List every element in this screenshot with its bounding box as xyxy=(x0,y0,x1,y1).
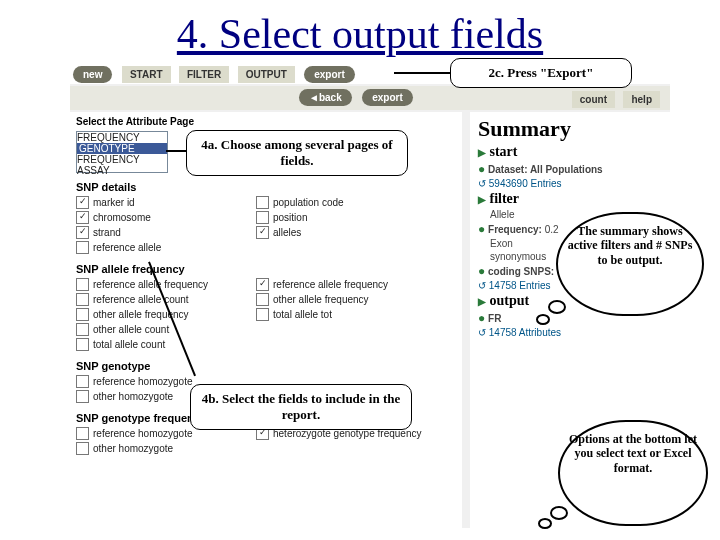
summary-filter: filter xyxy=(490,191,520,206)
reset-icon[interactable]: ↺ xyxy=(478,327,486,338)
checkbox[interactable] xyxy=(76,241,89,254)
checkbox[interactable] xyxy=(256,308,269,321)
bullet-icon: ● xyxy=(478,162,485,176)
checkbox[interactable] xyxy=(76,442,89,455)
output-tab[interactable]: OUTPUT xyxy=(238,66,295,83)
callout-line xyxy=(166,150,188,152)
cb-label: reference allele count xyxy=(93,294,189,305)
triangle-icon: ▶ xyxy=(478,194,486,205)
bullet-icon: ● xyxy=(478,264,485,278)
summary-freq: Frequency: xyxy=(488,224,542,235)
summary-heading: Summary xyxy=(478,116,676,142)
callout-2c: 2c. Press "Export" xyxy=(450,58,632,88)
section-genotype: SNP genotype xyxy=(76,360,456,372)
cloud-bubble-icon xyxy=(538,518,552,529)
reset-icon[interactable]: ↺ xyxy=(478,178,486,189)
slide-canvas: new START FILTER OUTPUT export ◄back exp… xyxy=(0,62,720,528)
summary-syn: synonymous xyxy=(490,251,546,262)
summary-entries: 5943690 Entries xyxy=(489,178,562,189)
select-option-selected[interactable]: GENOTYPE xyxy=(77,143,167,154)
export-button-top[interactable]: export xyxy=(304,66,355,83)
cb-label: marker id xyxy=(93,197,135,208)
section-allele-freq: SNP allele frequency xyxy=(76,263,456,275)
attribute-page-label: Select the Attribute Page xyxy=(76,116,456,127)
cb-label: other allele frequency xyxy=(273,294,369,305)
checkbox[interactable]: ✓ xyxy=(256,226,269,239)
filter-tab[interactable]: FILTER xyxy=(179,66,229,83)
select-option[interactable]: ASSAY xyxy=(77,165,167,176)
checkbox[interactable] xyxy=(76,375,89,388)
cb-label: other homozygote xyxy=(93,443,173,454)
summary-output: output xyxy=(490,293,530,308)
checkbox[interactable] xyxy=(76,390,89,403)
secondary-toolbar: ◄back export count help xyxy=(70,86,670,110)
summary-fr: FR xyxy=(488,313,501,324)
checkbox[interactable] xyxy=(76,323,89,336)
cb-label: strand xyxy=(93,227,121,238)
checkbox[interactable] xyxy=(256,196,269,209)
callout-4b: 4b. Select the fields to include in the … xyxy=(190,384,412,430)
checkbox[interactable]: ✓ xyxy=(76,196,89,209)
cb-label: position xyxy=(273,212,307,223)
checkbox[interactable] xyxy=(76,278,89,291)
summary-allele: Allele xyxy=(490,209,514,220)
export-button[interactable]: export xyxy=(362,89,413,106)
start-tab[interactable]: START xyxy=(122,66,171,83)
count-tab[interactable]: count xyxy=(572,91,615,108)
summary-exon: Exon xyxy=(490,238,513,249)
summary-start: start xyxy=(490,144,518,159)
summary-entries2: 14758 Entries xyxy=(489,280,551,291)
summary-entries3: 14758 Attributes xyxy=(489,327,561,338)
callout-4a: 4a. Choose among several pages of fields… xyxy=(186,130,408,176)
triangle-icon: ▶ xyxy=(478,147,486,158)
cb-label: other homozygote xyxy=(93,391,173,402)
select-option[interactable]: FREQUENCY xyxy=(77,154,167,165)
cb-label: chromosome xyxy=(93,212,151,223)
summary-freqv: 0.2 xyxy=(545,224,559,235)
checkbox[interactable]: ✓ xyxy=(256,278,269,291)
summary-dataset: Dataset: All Populations xyxy=(488,164,603,175)
checkbox[interactable] xyxy=(256,293,269,306)
reset-icon[interactable]: ↺ xyxy=(478,280,486,291)
cb-label: alleles xyxy=(273,227,301,238)
cloud-summary: The summary shows active filters and # S… xyxy=(556,212,704,316)
help-tab[interactable]: help xyxy=(623,91,660,108)
new-button[interactable]: new xyxy=(73,66,112,83)
cb-label: total allele tot xyxy=(273,309,332,320)
cb-label: reference allele frequency xyxy=(273,279,388,290)
cb-label: total allele count xyxy=(93,339,165,350)
cloud-bubble-icon xyxy=(536,314,550,325)
callout-line xyxy=(394,72,450,74)
checkbox[interactable]: ✓ xyxy=(76,211,89,224)
attribute-page-select[interactable]: FREQUENCY GENOTYPE FREQUENCY ASSAY xyxy=(76,131,168,173)
cb-label: other allele count xyxy=(93,324,169,335)
cb-label: population code xyxy=(273,197,344,208)
cb-label: reference homozygote xyxy=(93,428,193,439)
slide-title: 4. Select output fields xyxy=(0,0,720,62)
triangle-icon: ▶ xyxy=(478,296,486,307)
cloud-bubble-icon xyxy=(550,506,568,520)
cloud-options: Options at the bottom let you select tex… xyxy=(558,420,708,526)
checkbox[interactable] xyxy=(76,308,89,321)
summary-coding: coding SNPS: xyxy=(488,266,554,277)
checkbox[interactable] xyxy=(76,427,89,440)
cb-label: reference allele frequency xyxy=(93,279,208,290)
back-button[interactable]: ◄back xyxy=(299,89,352,106)
cb-label: reference homozygote xyxy=(93,376,193,387)
cloud-bubble-icon xyxy=(548,300,566,314)
select-option[interactable]: FREQUENCY xyxy=(77,132,167,143)
bullet-icon: ● xyxy=(478,222,485,236)
cb-label: reference allele xyxy=(93,242,161,253)
checkbox[interactable] xyxy=(76,338,89,351)
checkbox[interactable] xyxy=(76,293,89,306)
checkbox[interactable] xyxy=(256,211,269,224)
cb-label: other allele frequency xyxy=(93,309,189,320)
section-snp-details: SNP details xyxy=(76,181,456,193)
checkbox[interactable]: ✓ xyxy=(76,226,89,239)
bullet-icon: ● xyxy=(478,311,485,325)
